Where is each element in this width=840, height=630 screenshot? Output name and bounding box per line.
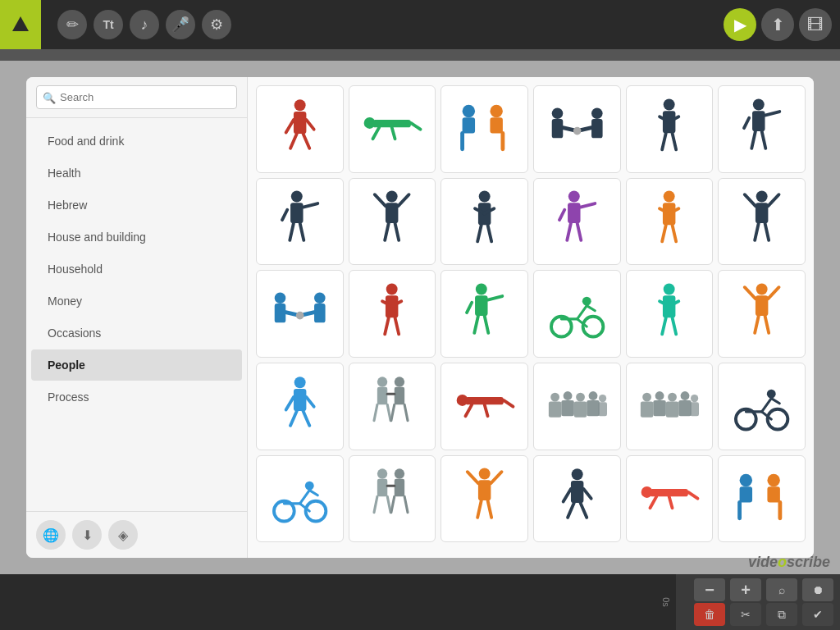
svg-line-119: [374, 404, 377, 420]
play-button[interactable]: ▶: [724, 8, 756, 41]
image-cell-1[interactable]: [256, 85, 344, 173]
zoom-fit-button[interactable]: ⌕: [766, 578, 797, 601]
image-cell-23[interactable]: [626, 363, 714, 450]
delete-button[interactable]: 🗑: [694, 603, 725, 626]
svg-line-48: [395, 223, 399, 240]
share-icon[interactable]: ◈: [108, 520, 138, 550]
image-cell-7[interactable]: [256, 178, 344, 266]
copy-button[interactable]: ⧉: [766, 603, 797, 626]
svg-point-18: [551, 107, 563, 119]
svg-line-4: [306, 120, 313, 130]
sidebar-item-process[interactable]: Process: [31, 381, 242, 413]
film-icon[interactable]: 🎞: [799, 8, 832, 41]
image-cell-19[interactable]: [256, 363, 344, 450]
confirm-button[interactable]: ✔: [802, 603, 833, 626]
image-cell-22[interactable]: [533, 363, 621, 450]
image-cell-28[interactable]: [533, 455, 621, 543]
svg-point-191: [740, 474, 752, 486]
image-cell-26[interactable]: [349, 455, 436, 543]
svg-point-79: [295, 312, 304, 320]
sidebar-item-food-drink[interactable]: Food and drink: [31, 126, 242, 157]
globe-icon[interactable]: 🌐: [36, 520, 66, 550]
svg-rect-87: [475, 295, 487, 316]
image-cell-15[interactable]: [441, 270, 528, 358]
svg-rect-146: [641, 401, 653, 417]
image-cell-9[interactable]: [441, 178, 528, 266]
svg-rect-150: [691, 402, 700, 416]
search-input[interactable]: [36, 85, 237, 109]
svg-rect-181: [571, 481, 583, 503]
image-cell-4[interactable]: [533, 85, 621, 173]
svg-line-116: [303, 411, 309, 426]
image-cell-24[interactable]: [718, 363, 806, 450]
svg-point-141: [643, 392, 652, 401]
sidebar-item-money[interactable]: Money: [31, 285, 242, 317]
record-button[interactable]: ⏺: [802, 578, 833, 601]
timeline-area[interactable]: 0s: [0, 574, 676, 630]
svg-point-15: [490, 104, 502, 116]
image-cell-25[interactable]: [256, 455, 344, 543]
image-cell-10[interactable]: [533, 178, 621, 266]
image-cell-30[interactable]: [718, 455, 806, 543]
svg-rect-195: [767, 487, 779, 503]
svg-rect-44: [386, 203, 398, 224]
settings-icon[interactable]: ⚙: [202, 10, 231, 39]
svg-rect-136: [549, 401, 561, 417]
svg-line-130: [485, 404, 488, 416]
text-icon[interactable]: Tt: [94, 10, 123, 39]
svg-line-168: [388, 497, 391, 513]
svg-line-71: [755, 223, 759, 240]
svg-rect-139: [587, 400, 599, 416]
image-cell-27[interactable]: [441, 455, 528, 543]
svg-point-94: [582, 297, 591, 306]
svg-rect-32: [752, 111, 765, 131]
sidebar-item-people[interactable]: People: [31, 349, 242, 381]
svg-rect-2: [294, 112, 306, 134]
download-icon[interactable]: ⬇: [72, 520, 102, 550]
svg-point-31: [753, 98, 765, 110]
image-cell-6[interactable]: [718, 85, 806, 173]
image-cell-2[interactable]: [349, 85, 436, 173]
toolbar-right: ▶ ⬆ 🎞: [724, 8, 832, 41]
image-cell-12[interactable]: [718, 178, 806, 266]
pen-icon[interactable]: ✏: [57, 10, 87, 39]
mic-icon[interactable]: 🎤: [166, 10, 195, 39]
image-cell-3[interactable]: [441, 85, 528, 173]
image-cell-14[interactable]: [349, 270, 436, 358]
zoom-in-button[interactable]: +: [730, 578, 761, 601]
cut-button[interactable]: ✂: [730, 603, 761, 626]
svg-line-89: [467, 303, 472, 313]
svg-rect-175: [478, 481, 491, 501]
zoom-controls: − + ⌕ ⏺: [694, 578, 833, 601]
svg-line-178: [477, 500, 482, 518]
svg-point-121: [395, 377, 404, 386]
svg-point-73: [274, 293, 285, 304]
sidebar-item-occasions[interactable]: Occasions: [31, 317, 242, 349]
zoom-out-button[interactable]: −: [694, 578, 725, 601]
svg-point-144: [681, 391, 690, 400]
svg-line-164: [309, 491, 317, 495]
image-cell-29[interactable]: [626, 455, 714, 543]
music-icon[interactable]: ♪: [130, 10, 159, 39]
image-cell-20[interactable]: [349, 363, 436, 450]
sidebar-item-house-building[interactable]: House and building: [31, 221, 242, 253]
svg-rect-106: [756, 295, 768, 316]
image-cell-21[interactable]: [441, 363, 528, 450]
image-grid-area: [248, 77, 814, 558]
sidebar-item-household[interactable]: Household: [31, 253, 242, 285]
svg-line-154: [762, 398, 772, 411]
image-cell-17[interactable]: [626, 270, 714, 358]
image-cell-5[interactable]: [626, 85, 714, 173]
sidebar-item-hebrew[interactable]: Hebrew: [31, 189, 242, 221]
image-cell-16[interactable]: [533, 270, 621, 358]
sidebar-item-health[interactable]: Health: [31, 158, 242, 189]
image-cell-13[interactable]: [256, 270, 344, 358]
upload-icon[interactable]: ⬆: [761, 8, 794, 41]
svg-rect-112: [294, 389, 306, 411]
svg-line-190: [669, 497, 673, 509]
image-cell-8[interactable]: [349, 178, 436, 266]
svg-line-124: [391, 404, 395, 420]
image-cell-18[interactable]: [718, 270, 806, 358]
subtitle-bar: [0, 49, 840, 61]
image-cell-11[interactable]: [626, 178, 714, 266]
